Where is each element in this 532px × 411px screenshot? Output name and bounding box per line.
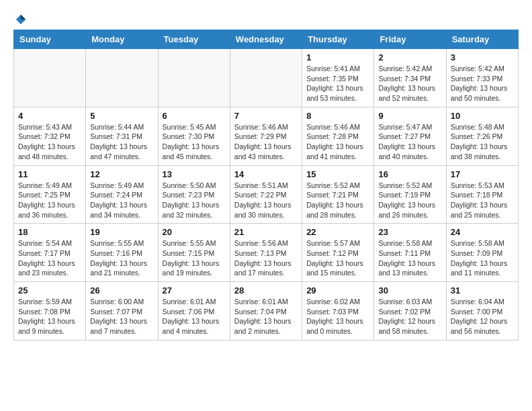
calendar-header-monday: Monday <box>86 30 158 49</box>
calendar-cell: 6Sunrise: 5:45 AMSunset: 7:30 PMDaylight… <box>158 107 230 165</box>
day-info: Sunrise: 5:58 AMSunset: 7:09 PMDaylight:… <box>451 238 514 278</box>
day-info: Sunrise: 6:02 AMSunset: 7:03 PMDaylight:… <box>306 297 369 336</box>
calendar-cell: 11Sunrise: 5:49 AMSunset: 7:25 PMDayligh… <box>14 165 86 224</box>
calendar-header-thursday: Thursday <box>302 30 374 49</box>
page-header <box>13 13 519 23</box>
day-info: Sunrise: 5:59 AMSunset: 7:08 PMDaylight:… <box>18 297 81 336</box>
calendar-week-5: 25Sunrise: 5:59 AMSunset: 7:08 PMDayligh… <box>14 282 519 340</box>
day-info: Sunrise: 5:56 AMSunset: 7:13 PMDaylight:… <box>234 238 298 278</box>
calendar-cell <box>14 49 86 107</box>
day-info: Sunrise: 5:55 AMSunset: 7:15 PMDaylight:… <box>163 238 226 278</box>
calendar-cell: 12Sunrise: 5:49 AMSunset: 7:24 PMDayligh… <box>86 165 158 224</box>
day-number: 7 <box>234 111 298 121</box>
day-number: 11 <box>18 169 81 179</box>
calendar-cell: 1Sunrise: 5:41 AMSunset: 7:35 PMDaylight… <box>302 49 374 107</box>
day-number: 27 <box>163 285 226 295</box>
day-info: Sunrise: 5:46 AMSunset: 7:28 PMDaylight:… <box>306 122 369 162</box>
day-number: 6 <box>163 111 226 121</box>
calendar-week-3: 11Sunrise: 5:49 AMSunset: 7:25 PMDayligh… <box>14 165 519 224</box>
calendar-cell: 4Sunrise: 5:43 AMSunset: 7:32 PMDaylight… <box>14 107 86 165</box>
day-info: Sunrise: 6:01 AMSunset: 7:06 PMDaylight:… <box>163 297 226 336</box>
day-number: 1 <box>306 52 369 62</box>
calendar-cell: 27Sunrise: 6:01 AMSunset: 7:06 PMDayligh… <box>158 282 230 340</box>
day-info: Sunrise: 5:46 AMSunset: 7:29 PMDaylight:… <box>234 122 298 162</box>
calendar-cell: 19Sunrise: 5:55 AMSunset: 7:16 PMDayligh… <box>86 224 158 282</box>
calendar-cell: 24Sunrise: 5:58 AMSunset: 7:09 PMDayligh… <box>446 224 518 282</box>
day-number: 4 <box>18 111 81 121</box>
calendar-header-sunday: Sunday <box>14 30 86 49</box>
logo-icon <box>15 13 27 26</box>
day-number: 10 <box>451 111 514 121</box>
calendar-cell: 30Sunrise: 6:03 AMSunset: 7:02 PMDayligh… <box>374 282 446 340</box>
calendar-week-2: 4Sunrise: 5:43 AMSunset: 7:32 PMDaylight… <box>14 107 519 165</box>
day-info: Sunrise: 5:49 AMSunset: 7:25 PMDaylight:… <box>18 181 81 220</box>
calendar: SundayMondayTuesdayWednesdayThursdayFrid… <box>13 30 519 340</box>
day-info: Sunrise: 5:52 AMSunset: 7:21 PMDaylight:… <box>306 181 369 220</box>
day-info: Sunrise: 6:04 AMSunset: 7:00 PMDaylight:… <box>451 297 514 336</box>
day-number: 24 <box>451 227 514 237</box>
day-info: Sunrise: 5:42 AMSunset: 7:33 PMDaylight:… <box>451 64 514 103</box>
calendar-header-tuesday: Tuesday <box>158 30 230 49</box>
svg-marker-1 <box>21 15 26 19</box>
calendar-cell: 5Sunrise: 5:44 AMSunset: 7:31 PMDaylight… <box>86 107 158 165</box>
calendar-header-row: SundayMondayTuesdayWednesdayThursdayFrid… <box>14 30 519 49</box>
day-number: 28 <box>234 285 298 295</box>
day-info: Sunrise: 5:54 AMSunset: 7:17 PMDaylight:… <box>18 238 81 278</box>
day-number: 9 <box>378 111 441 121</box>
calendar-cell <box>86 49 158 107</box>
day-info: Sunrise: 5:52 AMSunset: 7:19 PMDaylight:… <box>378 181 441 220</box>
day-number: 12 <box>90 169 153 179</box>
day-info: Sunrise: 5:55 AMSunset: 7:16 PMDaylight:… <box>90 238 153 278</box>
calendar-cell: 18Sunrise: 5:54 AMSunset: 7:17 PMDayligh… <box>14 224 86 282</box>
day-number: 3 <box>451 52 514 62</box>
day-info: Sunrise: 5:47 AMSunset: 7:27 PMDaylight:… <box>378 122 441 162</box>
calendar-cell: 14Sunrise: 5:51 AMSunset: 7:22 PMDayligh… <box>230 165 302 224</box>
day-number: 25 <box>18 285 81 295</box>
day-info: Sunrise: 5:41 AMSunset: 7:35 PMDaylight:… <box>306 64 369 103</box>
calendar-cell: 16Sunrise: 5:52 AMSunset: 7:19 PMDayligh… <box>374 165 446 224</box>
calendar-cell: 28Sunrise: 6:01 AMSunset: 7:04 PMDayligh… <box>230 282 302 340</box>
day-number: 15 <box>306 169 369 179</box>
day-info: Sunrise: 6:01 AMSunset: 7:04 PMDaylight:… <box>234 297 298 336</box>
calendar-cell <box>158 49 230 107</box>
day-info: Sunrise: 6:00 AMSunset: 7:07 PMDaylight:… <box>90 297 153 336</box>
day-number: 13 <box>163 169 226 179</box>
calendar-cell: 15Sunrise: 5:52 AMSunset: 7:21 PMDayligh… <box>302 165 374 224</box>
calendar-cell <box>230 49 302 107</box>
day-info: Sunrise: 5:51 AMSunset: 7:22 PMDaylight:… <box>234 181 298 220</box>
day-number: 21 <box>234 227 298 237</box>
day-number: 2 <box>378 52 441 62</box>
calendar-header-friday: Friday <box>374 30 446 49</box>
calendar-cell: 17Sunrise: 5:53 AMSunset: 7:18 PMDayligh… <box>446 165 518 224</box>
calendar-cell: 13Sunrise: 5:50 AMSunset: 7:23 PMDayligh… <box>158 165 230 224</box>
calendar-cell: 7Sunrise: 5:46 AMSunset: 7:29 PMDaylight… <box>230 107 302 165</box>
calendar-cell: 23Sunrise: 5:58 AMSunset: 7:11 PMDayligh… <box>374 224 446 282</box>
day-number: 16 <box>378 169 441 179</box>
calendar-body: 1Sunrise: 5:41 AMSunset: 7:35 PMDaylight… <box>14 49 519 340</box>
calendar-cell: 21Sunrise: 5:56 AMSunset: 7:13 PMDayligh… <box>230 224 302 282</box>
calendar-cell: 9Sunrise: 5:47 AMSunset: 7:27 PMDaylight… <box>374 107 446 165</box>
day-number: 22 <box>306 227 369 237</box>
day-number: 19 <box>90 227 153 237</box>
day-number: 31 <box>451 285 514 295</box>
calendar-header-wednesday: Wednesday <box>230 30 302 49</box>
day-info: Sunrise: 5:53 AMSunset: 7:18 PMDaylight:… <box>451 181 514 220</box>
day-number: 23 <box>378 227 441 237</box>
day-info: Sunrise: 5:57 AMSunset: 7:12 PMDaylight:… <box>306 238 369 278</box>
day-info: Sunrise: 5:45 AMSunset: 7:30 PMDaylight:… <box>163 122 226 162</box>
calendar-week-4: 18Sunrise: 5:54 AMSunset: 7:17 PMDayligh… <box>14 224 519 282</box>
day-info: Sunrise: 5:44 AMSunset: 7:31 PMDaylight:… <box>90 122 153 162</box>
day-info: Sunrise: 5:49 AMSunset: 7:24 PMDaylight:… <box>90 181 153 220</box>
day-info: Sunrise: 5:48 AMSunset: 7:26 PMDaylight:… <box>451 122 514 162</box>
calendar-cell: 25Sunrise: 5:59 AMSunset: 7:08 PMDayligh… <box>14 282 86 340</box>
calendar-cell: 3Sunrise: 5:42 AMSunset: 7:33 PMDaylight… <box>446 49 518 107</box>
calendar-cell: 8Sunrise: 5:46 AMSunset: 7:28 PMDaylight… <box>302 107 374 165</box>
day-info: Sunrise: 5:43 AMSunset: 7:32 PMDaylight:… <box>18 122 81 162</box>
day-number: 30 <box>378 285 441 295</box>
day-number: 20 <box>163 227 226 237</box>
day-number: 29 <box>306 285 369 295</box>
day-info: Sunrise: 5:58 AMSunset: 7:11 PMDaylight:… <box>378 238 441 278</box>
calendar-cell: 26Sunrise: 6:00 AMSunset: 7:07 PMDayligh… <box>86 282 158 340</box>
day-info: Sunrise: 6:03 AMSunset: 7:02 PMDaylight:… <box>378 297 441 336</box>
day-number: 14 <box>234 169 298 179</box>
